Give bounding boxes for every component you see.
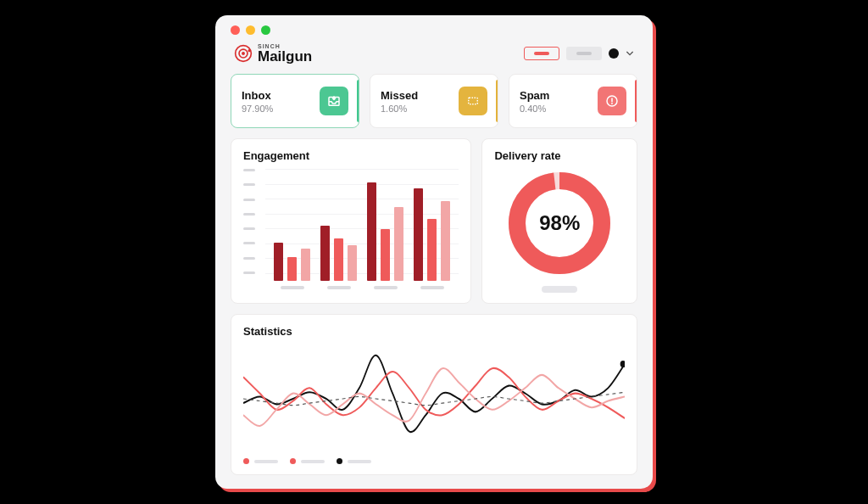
card-missed[interactable]: Missed 1.60% (370, 74, 498, 128)
top-controls (524, 47, 634, 60)
engagement-chart (243, 169, 459, 289)
bar (381, 229, 390, 281)
legend-dot-icon (337, 458, 342, 464)
view-toggle-secondary[interactable] (566, 47, 602, 60)
close-window-button[interactable] (231, 25, 240, 35)
svg-point-3 (248, 49, 251, 52)
legend-item (243, 458, 278, 464)
select-icon (459, 87, 487, 115)
bar-group (365, 181, 407, 289)
card-spam-value: 0.40% (520, 104, 549, 114)
stat-cards-row: Inbox 97.90% Missed 1.60% Spam 0.40% (231, 74, 637, 128)
legend-label-placeholder (301, 460, 325, 463)
bar-group (318, 181, 359, 289)
legend-dot-icon (290, 458, 296, 464)
window-controls (231, 25, 637, 35)
mailgun-logo-icon (234, 44, 253, 63)
bar (441, 201, 450, 281)
card-spam[interactable]: Spam 0.40% (509, 74, 637, 128)
delivery-panel: Delivery rate 98% (481, 138, 637, 304)
bar (274, 243, 283, 281)
delivery-title: Delivery rate (494, 149, 625, 162)
legend-item (290, 458, 325, 464)
card-missed-label: Missed (381, 89, 418, 102)
bar-group (412, 181, 453, 289)
statistics-legend (243, 458, 625, 464)
bar-x-label (327, 286, 351, 289)
svg-point-7 (611, 103, 613, 104)
inbox-icon (320, 87, 348, 115)
card-inbox-label: Inbox (242, 89, 273, 102)
delivery-sub-placeholder (542, 286, 577, 293)
minimize-window-button[interactable] (246, 25, 255, 35)
bar (334, 238, 343, 281)
legend-label-placeholder (254, 460, 278, 463)
legend-item (337, 458, 371, 464)
alert-icon (598, 87, 626, 115)
card-missed-value: 1.60% (381, 104, 418, 114)
bar (287, 257, 297, 281)
svg-point-2 (242, 52, 245, 55)
bar-x-label (420, 286, 444, 289)
view-toggle-active[interactable] (524, 47, 559, 60)
delivery-value: 98% (539, 211, 580, 235)
bar-group (271, 181, 313, 289)
engagement-panel: Engagement (231, 138, 471, 304)
engagement-y-axis (243, 169, 257, 289)
chevron-down-icon[interactable] (626, 49, 634, 58)
svg-point-10 (620, 361, 625, 367)
bar (414, 188, 423, 281)
statistics-panel: Statistics (231, 314, 637, 475)
bar (394, 207, 403, 281)
delivery-donut-chart: 98% (505, 169, 614, 277)
brand: SINCH Mailgun (234, 43, 312, 64)
bar (348, 245, 357, 281)
bar (367, 182, 376, 281)
brand-name: Mailgun (258, 49, 312, 64)
statistics-title: Statistics (243, 325, 625, 338)
mid-row: Engagement Delivery rate (231, 138, 637, 304)
legend-dot-icon (243, 458, 249, 464)
bar (301, 249, 310, 281)
stat-line (243, 368, 625, 426)
card-inbox-value: 97.90% (242, 104, 273, 114)
legend-label-placeholder (348, 460, 371, 463)
bar-x-label (281, 286, 304, 289)
card-inbox[interactable]: Inbox 97.90% (231, 74, 359, 128)
card-spam-label: Spam (520, 89, 549, 102)
svg-rect-4 (469, 98, 478, 104)
zoom-window-button[interactable] (261, 25, 270, 35)
bar-x-label (374, 286, 398, 289)
user-avatar[interactable] (609, 48, 619, 59)
bar (320, 226, 330, 281)
engagement-title: Engagement (243, 149, 459, 162)
top-bar: SINCH Mailgun (231, 43, 637, 64)
bar (427, 219, 437, 281)
app-window: SINCH Mailgun Inbox 97.90% Missed (215, 15, 653, 489)
statistics-line-chart (243, 344, 625, 453)
